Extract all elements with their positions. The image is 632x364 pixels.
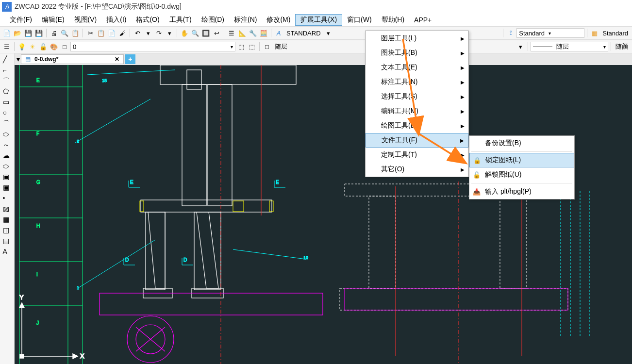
tool-icon[interactable]: 🔧 — [248, 28, 258, 38]
menu-dim-tools[interactable]: 标注工具(N)▶ — [366, 75, 468, 89]
block-icon[interactable]: ▣ — [3, 173, 12, 182]
match-icon[interactable]: 🖌 — [117, 28, 127, 38]
svg-rect-20 — [146, 212, 165, 290]
linetype-dropdown[interactable]: 随层 ▾ — [531, 42, 608, 51]
menu-custom-tools[interactable]: 定制工具(T)▶ — [366, 148, 468, 162]
rect-icon[interactable]: ▭ — [3, 98, 12, 107]
redo-icon[interactable]: ↷ — [154, 28, 164, 38]
calc-icon[interactable]: 🧮 — [259, 28, 268, 38]
table-style-icon[interactable]: ▦ — [590, 28, 599, 38]
copy-icon[interactable]: 📋 — [96, 28, 106, 38]
menu-unlock-drawing[interactable]: 🔓 解锁图纸(U) — [469, 167, 574, 182]
bulb-icon[interactable]: 💡 — [17, 42, 27, 51]
menu-ext-tools[interactable]: 扩展工具(X) — [295, 14, 342, 26]
import-icon: 📥 — [472, 187, 481, 196]
arc-icon[interactable]: ⌒ — [3, 77, 12, 85]
menu-file[interactable]: 文件(F) — [5, 15, 37, 25]
layer-manager-icon[interactable]: ☰ — [2, 42, 12, 51]
ellipse-icon[interactable]: ⬭ — [3, 130, 12, 139]
svg-rect-48 — [500, 196, 527, 288]
zoom-icon[interactable]: 🔍 — [190, 28, 200, 38]
open-icon[interactable]: 📂 — [13, 28, 22, 38]
chevron-down-icon[interactable]: ▾ — [516, 42, 525, 51]
menu-select-tools[interactable]: 选择工具(S)▶ — [366, 89, 468, 104]
mtext-icon[interactable]: A — [3, 248, 12, 256]
circle-icon[interactable]: ○ — [3, 109, 12, 117]
sun-icon[interactable]: ☀ — [28, 42, 37, 51]
arc2-icon[interactable]: ⌒ — [3, 119, 12, 128]
dim-style-icon[interactable]: ⟟ — [506, 28, 516, 38]
menu-modify[interactable]: 修改(M) — [262, 15, 295, 25]
menu-window[interactable]: 窗口(W) — [342, 15, 377, 25]
region-icon[interactable]: ◫ — [3, 226, 12, 235]
app-icon: ℎ — [2, 2, 12, 12]
saveas-icon[interactable]: 💾 — [34, 28, 44, 38]
drawing-canvas[interactable]: E F G H I J — [15, 65, 632, 364]
menu-import-plt[interactable]: 📥 输入 plt/hpgl(P) — [469, 184, 574, 199]
tabs-chevron-icon[interactable]: ▾ — [17, 55, 20, 63]
ellipse-arc-icon[interactable]: ⬭ — [3, 162, 12, 171]
menu-backup-settings[interactable]: 备份设置(B) — [469, 136, 574, 150]
cloud-icon[interactable]: ☁ — [3, 151, 12, 160]
undo-icon[interactable]: ↶ — [133, 28, 142, 38]
lock-icon[interactable]: 🔓 — [38, 42, 48, 51]
layer-iso-icon[interactable]: ⬚ — [247, 42, 257, 51]
chevron-down-icon[interactable]: ▾ — [324, 28, 333, 38]
new-icon[interactable]: 📄 — [2, 28, 12, 38]
menu-layer-tools[interactable]: 图层工具(L)▶ — [366, 31, 468, 46]
table-icon[interactable]: ▤ — [3, 237, 12, 246]
tab-add-button[interactable]: + — [125, 54, 135, 64]
menu-file-tools[interactable]: 文件工具(F)▶ — [366, 133, 468, 148]
paste-icon[interactable]: 📄 — [107, 28, 116, 38]
color-sq-icon[interactable]: □ — [262, 42, 272, 51]
hatch-icon[interactable]: ▨ — [3, 205, 12, 214]
layer-prev-icon[interactable]: ⬚ — [236, 42, 246, 51]
cut-icon[interactable]: ✂ — [85, 28, 95, 38]
pline-icon[interactable]: ⌐ — [3, 66, 12, 75]
menu-insert[interactable]: 插入(I) — [101, 15, 131, 25]
menu-other[interactable]: 其它(O)▶ — [366, 162, 468, 177]
svg-rect-17 — [182, 84, 206, 206]
menu-text-tools[interactable]: 文本工具(E)▶ — [366, 60, 468, 75]
zoom-prev-icon[interactable]: ↩ — [212, 28, 221, 38]
layer-color-icon[interactable]: 🎨 — [49, 42, 59, 51]
chevron-icon[interactable]: ▾ — [143, 28, 153, 38]
text-icon[interactable]: A — [274, 28, 283, 38]
preview-icon[interactable]: 🔍 — [60, 28, 69, 38]
save-icon[interactable]: 💾 — [23, 28, 33, 38]
insert-block-icon[interactable]: ▣ — [3, 183, 12, 192]
menu-view[interactable]: 视图(V) — [69, 15, 102, 25]
menu-lock-drawing[interactable]: 🔒 锁定图纸(L) — [469, 153, 574, 167]
svg-rect-30 — [233, 201, 244, 212]
pan-icon[interactable]: ✋ — [180, 28, 189, 38]
polygon-icon[interactable]: ⬠ — [3, 87, 12, 96]
gradient-icon[interactable]: ▦ — [3, 215, 12, 224]
svg-rect-64 — [20, 354, 24, 358]
dim-style-dropdown[interactable]: Standard▾ — [516, 28, 584, 38]
svg-rect-49 — [340, 288, 568, 310]
menu-edit-tools[interactable]: 编辑工具(M)▶ — [366, 104, 468, 118]
menu-help[interactable]: 帮助(H) — [377, 15, 409, 25]
zoom-window-icon[interactable]: 🔲 — [201, 28, 211, 38]
menu-block-tools[interactable]: 图块工具(B)▶ — [366, 46, 468, 60]
layer-dropdown[interactable]: 0 ▾ — [70, 42, 235, 51]
menu-app-plus[interactable]: APP+ — [409, 15, 436, 25]
spline-icon[interactable]: ～ — [3, 141, 12, 149]
layer-sq-icon[interactable]: □ — [60, 42, 69, 51]
menu-format[interactable]: 格式(O) — [131, 15, 164, 25]
properties-icon[interactable]: ☰ — [227, 28, 236, 38]
print-icon[interactable]: 🖨 — [49, 28, 59, 38]
menu-draw-tools[interactable]: 绘图工具(D)▶ — [366, 118, 468, 133]
document-tab[interactable]: ▤ 0-0.dwg* ✕ — [21, 54, 124, 64]
svg-text:2: 2 — [77, 139, 79, 144]
design-icon[interactable]: 📐 — [237, 28, 247, 38]
tab-close-button[interactable]: ✕ — [115, 56, 119, 63]
plot-icon[interactable]: 📋 — [70, 28, 80, 38]
menu-tools[interactable]: 工具(T) — [165, 15, 197, 25]
menu-draw[interactable]: 绘图(D) — [197, 15, 229, 25]
point-icon[interactable]: • — [3, 194, 12, 203]
line-icon[interactable]: ╱ — [3, 55, 12, 64]
menu-dim[interactable]: 标注(N) — [229, 15, 262, 25]
chevron-icon[interactable]: ▾ — [165, 28, 174, 38]
menu-edit[interactable]: 编辑(E) — [37, 15, 69, 25]
